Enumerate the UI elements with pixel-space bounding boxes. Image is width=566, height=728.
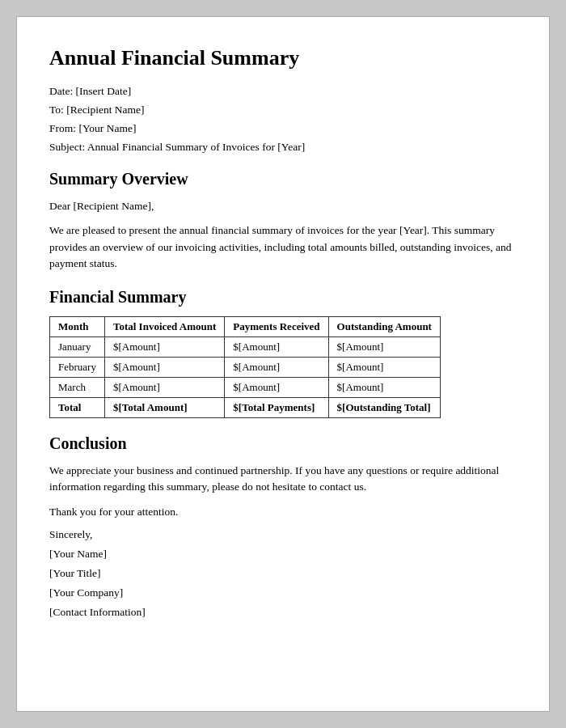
conclusion-body1: We appreciate your business and continue… xyxy=(49,463,517,496)
col-month: Month xyxy=(50,317,105,337)
meta-subject: Subject: Annual Financial Summary of Inv… xyxy=(49,141,517,154)
financial-table-wrapper: Month Total Invoiced Amount Payments Rec… xyxy=(49,316,517,418)
table-body: January$[Amount]$[Amount]$[Amount]Februa… xyxy=(50,337,441,418)
table-cell-2-2: $[Amount] xyxy=(225,378,328,398)
table-total-cell-1: $[Total Amount] xyxy=(104,398,224,418)
table-cell-2-0: March xyxy=(50,378,105,398)
table-cell-1-3: $[Amount] xyxy=(328,358,440,378)
table-row: February$[Amount]$[Amount]$[Amount] xyxy=(50,358,441,378)
table-total-row: Total$[Total Amount]$[Total Payments]$[O… xyxy=(50,398,441,418)
table-row: January$[Amount]$[Amount]$[Amount] xyxy=(50,337,441,358)
conclusion-body2: Thank you for your attention. xyxy=(49,504,517,520)
greeting-text: Dear [Recipient Name], xyxy=(49,198,517,214)
table-cell-0-0: January xyxy=(50,337,105,358)
table-cell-1-0: February xyxy=(50,358,105,378)
meta-date: Date: [Insert Date] xyxy=(49,85,517,98)
col-outstanding: Outstanding Amount xyxy=(328,317,440,337)
table-row: March$[Amount]$[Amount]$[Amount] xyxy=(50,378,441,398)
table-cell-1-1: $[Amount] xyxy=(104,358,224,378)
sig-contact: [Contact Information] xyxy=(49,606,517,619)
document-title: Annual Financial Summary xyxy=(49,46,517,70)
table-header-row: Month Total Invoiced Amount Payments Rec… xyxy=(50,317,441,337)
table-cell-2-1: $[Amount] xyxy=(104,378,224,398)
table-total-cell-2: $[Total Payments] xyxy=(225,398,328,418)
document-page: Annual Financial Summary Date: [Insert D… xyxy=(16,16,550,712)
summary-overview-heading: Summary Overview xyxy=(49,170,517,188)
financial-summary-heading: Financial Summary xyxy=(49,288,517,307)
sig-company: [Your Company] xyxy=(49,586,517,599)
table-total-cell-3: $[Outstanding Total] xyxy=(328,398,440,418)
sincerely-line: Sincerely, xyxy=(49,528,517,541)
col-total-invoiced: Total Invoiced Amount xyxy=(104,317,224,337)
table-total-cell-0: Total xyxy=(50,398,105,418)
conclusion-heading: Conclusion xyxy=(49,434,517,453)
table-cell-2-3: $[Amount] xyxy=(328,378,440,398)
table-cell-0-1: $[Amount] xyxy=(104,337,224,358)
table-cell-1-2: $[Amount] xyxy=(225,358,328,378)
sig-name: [Your Name] xyxy=(49,548,517,561)
sig-title: [Your Title] xyxy=(49,567,517,580)
table-cell-0-3: $[Amount] xyxy=(328,337,440,358)
financial-table: Month Total Invoiced Amount Payments Rec… xyxy=(49,316,441,418)
table-cell-0-2: $[Amount] xyxy=(225,337,328,358)
meta-from: From: [Your Name] xyxy=(49,122,517,135)
col-payments-received: Payments Received xyxy=(225,317,328,337)
meta-to: To: [Recipient Name] xyxy=(49,104,517,116)
summary-body-text: We are pleased to present the annual fin… xyxy=(49,222,517,272)
